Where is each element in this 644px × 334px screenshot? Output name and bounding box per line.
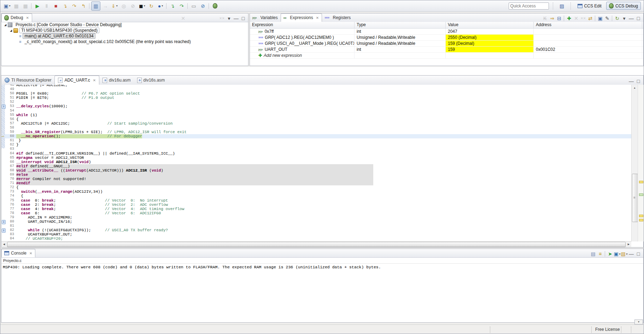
step-over-button[interactable]: ↷: [70, 2, 78, 10]
editor-tab-div16s-asm[interactable]: .Sdiv16s.asm: [134, 76, 168, 85]
dropdown-arrow-icon[interactable]: ▾: [9, 4, 11, 7]
step-into-asm-button[interactable]: ↴: [168, 2, 177, 10]
scroll-up-icon[interactable]: ▲: [632, 85, 637, 90]
open-element-button[interactable]: ▭: [189, 2, 198, 10]
code-line: 83 UCA0TXBUF=UART_OUT;: [1, 232, 631, 237]
expression-row[interactable]: 1010GRP( ADC12 ).REG( ADC12MEM0 )Unsigne…: [250, 35, 643, 41]
collapse-all-icon[interactable]: ⊟: [556, 15, 563, 22]
close-icon[interactable]: ✕: [93, 78, 96, 82]
new-view-icon[interactable]: ▣: [597, 15, 604, 22]
step-into-button[interactable]: ↴: [61, 2, 69, 10]
clear-console-icon[interactable]: ▤: [590, 250, 597, 257]
tree-expander-icon[interactable]: ◢: [4, 23, 7, 26]
tab-expressions[interactable]: ooExpressions✕: [281, 13, 322, 22]
tab-variables[interactable]: (x)=Variables: [250, 13, 281, 22]
resume-button: ▶: [36, 4, 40, 8]
pin-console-icon[interactable]: ➤: [607, 250, 614, 257]
code-editor[interactable]: 48ADC12CTL0 |= ADC12ENC;4950P6SEL |= 0x8…: [1, 85, 631, 241]
step-over-asm-button[interactable]: ↷: [177, 2, 186, 10]
column-header-address[interactable]: Address: [534, 22, 642, 28]
overview-marker-green[interactable]: [639, 193, 643, 196]
refresh-icon[interactable]: ↻: [614, 15, 621, 22]
load-program-button[interactable]: ⇓▾: [110, 2, 119, 10]
new-button[interactable]: ▣▾: [3, 2, 11, 10]
dropdown-arrow-icon[interactable]: ▾: [162, 4, 163, 7]
maximize-icon[interactable]: □: [240, 15, 247, 22]
step-return-button[interactable]: ↰: [79, 2, 88, 10]
expression-row[interactable]: 1010GRP( USCI_A0__UART_Mode ).REG( UCA0T…: [250, 41, 643, 47]
maximize-icon[interactable]: □: [635, 250, 642, 257]
flash-device-button[interactable]: ◼▾: [138, 2, 146, 10]
show-logical-structure-icon[interactable]: ⇒: [549, 15, 556, 22]
vertical-scrollbar-thumb[interactable]: [632, 174, 638, 222]
code-line: 64#if defined(__TI_COMPILER_VERSION__) |…: [1, 151, 631, 156]
overview-marker-yellow[interactable]: [639, 219, 643, 221]
add-expression-row[interactable]: ✚Add new expression: [250, 53, 643, 59]
column-header-expression[interactable]: Expression: [250, 22, 355, 28]
code-line: 49: [1, 87, 631, 91]
overview-ruler[interactable]: [638, 85, 644, 241]
scroll-left-icon[interactable]: ◀: [1, 242, 7, 247]
display-console-icon[interactable]: ▣▾: [614, 250, 621, 257]
perspective-ccs-edit-button[interactable]: CCS Edit: [575, 2, 604, 10]
horizontal-scrollbar-thumb[interactable]: [7, 242, 626, 247]
debug-button[interactable]: [211, 2, 219, 10]
open-perspective-button[interactable]: ▨: [558, 2, 566, 10]
debug-call-stack-tree[interactable]: ◢Proyecto.c [Code Composer Studio - Devi…: [1, 22, 248, 66]
maximize-icon[interactable]: □: [635, 78, 642, 85]
view-menu-icon[interactable]: ▾: [621, 15, 628, 22]
advanced-run-button[interactable]: ●▾: [156, 2, 165, 10]
flash-device-button: ◼: [139, 4, 143, 8]
column-header-value[interactable]: Value: [446, 22, 534, 28]
view-menu-icon[interactable]: ▾: [226, 15, 233, 22]
debug-tree-item[interactable]: ◢TI MSP430 USB1/MSP430 (Suspended): [1, 28, 248, 33]
close-icon[interactable]: ✕: [316, 16, 319, 20]
overview-marker-yellow[interactable]: [639, 215, 643, 217]
marker-gutter: [1, 156, 6, 160]
globe-icon: [5, 78, 10, 83]
dropdown-arrow-icon[interactable]: ▾: [116, 4, 118, 7]
editor-tab-adc-uart-c[interactable]: .cADC_UART.c✕: [54, 76, 99, 85]
tab-registers[interactable]: 1010Registers: [322, 13, 353, 22]
code-text: case 6: // Vector 6: ADC12IFG0: [16, 211, 161, 215]
editor-tab-div16u-asm[interactable]: .Sdiv16u.asm: [99, 76, 134, 85]
close-icon[interactable]: ✕: [29, 251, 32, 255]
terminate-button[interactable]: ■: [52, 2, 60, 10]
minimize-icon[interactable]: —: [233, 15, 240, 22]
minimized-view-restore-icon[interactable]: ▼: [634, 320, 643, 324]
minimize-icon[interactable]: —: [628, 78, 635, 85]
maximize-icon[interactable]: □: [635, 15, 642, 22]
scroll-lock-icon[interactable]: ≡: [597, 250, 604, 257]
debug-tree-item[interactable]: ◢Proyecto.c [Code Composer Studio - Devi…: [1, 22, 248, 28]
editor-tab-ti-resource-explorer[interactable]: TI Resource Explorer: [1, 76, 54, 85]
instruction-stepping-toggle[interactable]: ▥: [91, 1, 100, 11]
reset-cpu-button[interactable]: ↻: [147, 2, 156, 10]
expression-row[interactable]: (x)=0x7ffint2047: [250, 29, 643, 35]
close-icon[interactable]: ✕: [26, 16, 29, 20]
tree-expander-icon[interactable]: ◢: [9, 29, 13, 32]
tab-debug[interactable]: Debug ✕: [1, 13, 32, 22]
halt-button[interactable]: ⊘: [199, 2, 207, 10]
debug-tree-item-label: Proyecto.c [Code Composer Studio - Devic…: [14, 22, 123, 28]
minimize-icon[interactable]: —: [628, 15, 635, 22]
expression-row[interactable]: (x)=UART_OUTint1590x001C02: [250, 47, 643, 53]
expressions-table-header[interactable]: ExpressionTypeValueAddress: [250, 22, 643, 29]
perspective-ccs-debug-button[interactable]: CCS Debug: [606, 2, 641, 10]
editor-vertical-scrollbar[interactable]: ▲: [631, 85, 638, 241]
open-console-icon[interactable]: ▧▾: [621, 250, 628, 257]
editor-horizontal-scrollbar[interactable]: ◀ ▶: [1, 241, 631, 247]
overview-marker-yellow[interactable]: [639, 181, 643, 183]
quick-access-input[interactable]: [509, 2, 549, 10]
debug-tree-item[interactable]: ≡_c_int00_noargs_noexit() at boot_specia…: [1, 39, 248, 44]
debug-tree-item[interactable]: ≡main() at ADC_UART.c:60 0x010134: [1, 33, 248, 39]
scroll-right-icon[interactable]: ▶: [626, 242, 631, 247]
pin-view-icon[interactable]: ✎: [604, 15, 611, 22]
minimize-icon[interactable]: —: [628, 250, 635, 257]
watch-icon[interactable]: ⇄: [587, 15, 594, 22]
marker-gutter: [1, 207, 6, 211]
add-expression-icon[interactable]: ✚: [566, 15, 573, 22]
resume-button[interactable]: ▶: [33, 2, 42, 10]
column-header-type[interactable]: Type: [355, 22, 446, 28]
tab-console[interactable]: Console ✕: [1, 249, 35, 257]
dropdown-arrow-icon[interactable]: ▾: [144, 4, 145, 7]
